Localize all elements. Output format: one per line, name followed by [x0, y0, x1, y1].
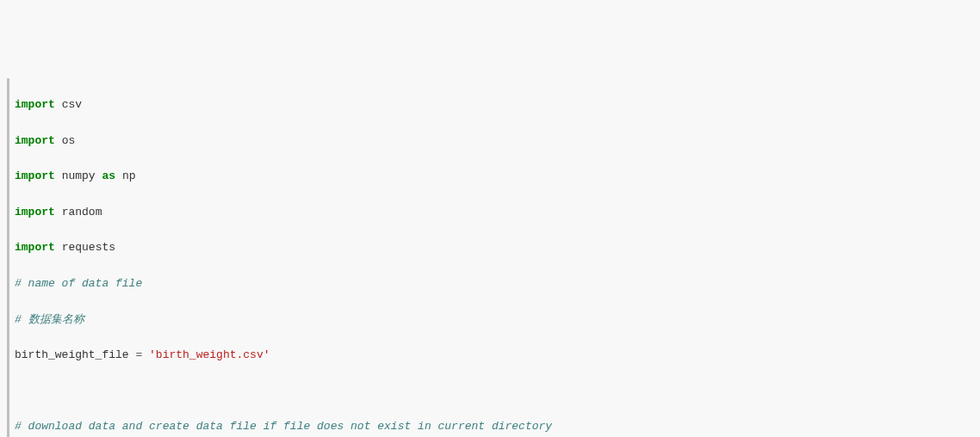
code-line: import numpy as np [15, 168, 973, 186]
code-line: import os [15, 132, 973, 151]
code-block: import csv import os import numpy as np … [7, 78, 973, 437]
code-line: # 数据集名称 [15, 311, 973, 329]
keyword-import: import [15, 206, 55, 218]
keyword-import: import [15, 241, 55, 254]
code-line: import requests [15, 239, 973, 257]
keyword-import: import [15, 98, 55, 111]
keyword-import: import [15, 169, 55, 182]
module-name: os [62, 134, 76, 147]
code-line: birth_weight_file = 'birth_weight.csv' [15, 347, 973, 365]
comment: # name of data file [15, 277, 142, 290]
comment: # 数据集名称 [15, 313, 84, 326]
operator: = [135, 348, 142, 361]
code-line: import random [15, 204, 973, 222]
alias-name: np [122, 169, 136, 182]
code-line: # download data and create data file if … [15, 418, 973, 436]
code-line: import csv [15, 96, 973, 114]
keyword-import: import [15, 134, 55, 147]
variable: birth_weight_file [15, 348, 129, 361]
module-name: csv [62, 98, 82, 111]
module-name: numpy [62, 169, 96, 182]
code-line: # name of data file [15, 275, 973, 293]
module-name: random [62, 206, 102, 218]
comment: # download data and create data file if … [15, 420, 552, 433]
blank-line [15, 383, 973, 401]
keyword-as: as [102, 169, 115, 182]
string: 'birth_weight.csv' [149, 348, 270, 361]
module-name: requests [62, 241, 115, 254]
